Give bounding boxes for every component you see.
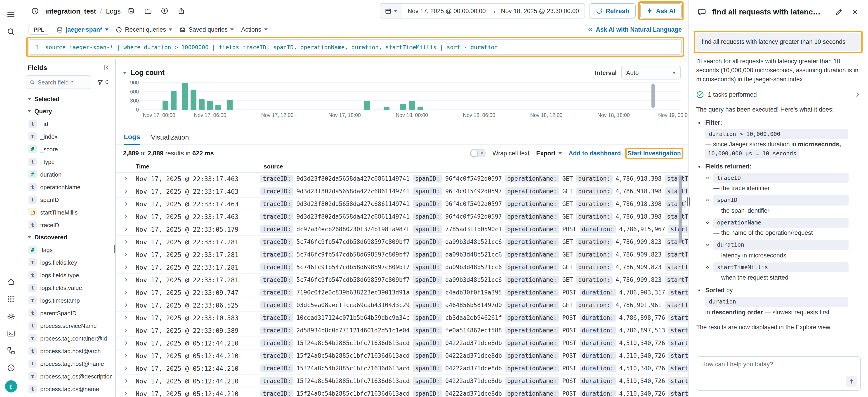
menu-icon[interactable]: [6, 9, 16, 20]
histogram-bar[interactable]: [216, 105, 221, 110]
export-button[interactable]: Export: [536, 150, 562, 157]
search-icon[interactable]: [6, 27, 16, 37]
history-icon[interactable]: [29, 4, 41, 17]
histogram-bar[interactable]: [364, 101, 370, 110]
histogram-bar[interactable]: [207, 101, 213, 110]
tasks-performed-row[interactable]: 1 tasks performed: [696, 90, 860, 99]
field-section-header[interactable]: Selected: [26, 93, 112, 105]
dataset-selector[interactable]: jaeger-span*: [57, 26, 109, 33]
histogram-bar[interactable]: [182, 82, 188, 110]
table-row[interactable]: Nov 17, 2025 @ 05:12:44.210traceID:15f24…: [116, 388, 688, 397]
table-row[interactable]: Nov 17, 2025 @ 22:33:17.281traceID:5c746…: [116, 274, 688, 286]
breadcrumb-workspace[interactable]: integration_test: [45, 7, 96, 15]
dev-console-icon[interactable]: [6, 328, 16, 338]
field-section-header[interactable]: Query: [26, 105, 112, 118]
expand-row-icon[interactable]: [116, 252, 135, 257]
close-icon[interactable]: ×: [849, 6, 861, 18]
histogram-bar[interactable]: [190, 90, 196, 110]
table-row[interactable]: Nov 17, 2025 @ 05:12:44.210traceID:15f24…: [116, 337, 688, 350]
field-item[interactable]: toperationName: [26, 181, 112, 193]
expand-row-icon[interactable]: [116, 340, 135, 345]
expand-row-icon[interactable]: [116, 176, 135, 181]
save-icon[interactable]: [125, 4, 137, 17]
column-header-time[interactable]: Time: [135, 163, 260, 170]
add-to-dashboard-button[interactable]: Add to dashboard: [568, 150, 621, 157]
share-icon[interactable]: [175, 4, 188, 17]
start-investigation-button[interactable]: Start Investigation: [627, 150, 681, 157]
expand-row-icon[interactable]: [116, 239, 135, 244]
apps-grid-icon[interactable]: [6, 294, 16, 304]
expand-row-icon[interactable]: [116, 328, 135, 333]
ai-chat-input[interactable]: [701, 361, 855, 385]
field-section-header[interactable]: Discovered: [26, 231, 112, 243]
field-filter-button[interactable]: 0: [94, 75, 112, 89]
field-item[interactable]: #flags: [26, 243, 112, 256]
field-item[interactable]: startTimeMillis: [26, 206, 112, 219]
histogram-bar[interactable]: [417, 106, 423, 110]
query-text[interactable]: source=jaeger-span-* | where duration > …: [45, 43, 498, 51]
expand-row-icon[interactable]: [116, 189, 135, 194]
histogram-bar[interactable]: [401, 104, 406, 110]
gear-icon[interactable]: [6, 311, 16, 321]
open-folder-icon[interactable]: [142, 4, 154, 17]
expand-row-icon[interactable]: [116, 277, 135, 282]
field-item[interactable]: tprocess.tag.os@description: [26, 370, 112, 383]
date-picker-dropdown[interactable]: [380, 4, 402, 18]
interval-select[interactable]: Auto: [621, 66, 681, 79]
expand-row-icon[interactable]: [116, 366, 135, 371]
query-editor[interactable]: 1 source=jaeger-span-* | where duration …: [29, 39, 682, 55]
column-header-source[interactable]: _source: [260, 163, 688, 170]
expand-row-icon[interactable]: [116, 290, 135, 295]
collapse-fields-icon[interactable]: [103, 64, 110, 71]
ask-ai-natural-language-button[interactable]: Ask AI with Natural Language: [587, 26, 682, 33]
edit-icon[interactable]: [833, 6, 844, 18]
new-plus-icon[interactable]: [158, 4, 171, 17]
table-row[interactable]: Nov 17, 2025 @ 22:33:05.179traceID:dc97a…: [116, 223, 688, 236]
table-row[interactable]: Nov 17, 2025 @ 22:33:17.281traceID:5c746…: [116, 236, 688, 249]
field-item[interactable]: tprocess.tag.container@id: [26, 332, 112, 344]
collapse-chart-icon[interactable]: [123, 72, 127, 74]
wrap-cell-text-toggle[interactable]: ×: [470, 149, 486, 157]
refresh-button[interactable]: Refresh: [590, 3, 636, 19]
field-item[interactable]: t_type: [26, 155, 112, 168]
chart-scrollbar[interactable]: [651, 84, 655, 108]
expand-row-icon[interactable]: [116, 227, 135, 232]
expand-row-icon[interactable]: [116, 353, 135, 358]
ask-ai-button[interactable]: Ask AI: [640, 3, 682, 19]
send-button[interactable]: [846, 376, 857, 387]
field-item[interactable]: tlogs.fields.type: [26, 269, 112, 282]
expand-row-icon[interactable]: [116, 201, 135, 206]
fields-resize-handle[interactable]: [114, 243, 116, 254]
saved-queries-button[interactable]: Saved queries: [180, 26, 234, 33]
table-row[interactable]: Nov 17, 2025 @ 22:33:17.281traceID:5c746…: [116, 249, 688, 261]
tab-visualization[interactable]: Visualization: [151, 133, 189, 144]
table-row[interactable]: Nov 17, 2025 @ 05:12:44.210traceID:15f24…: [116, 362, 688, 375]
field-item[interactable]: ttraceID: [26, 219, 112, 231]
actions-button[interactable]: Actions: [241, 26, 268, 33]
table-row[interactable]: Nov 17, 2025 @ 05:12:44.210traceID:15f24…: [116, 350, 688, 362]
field-item[interactable]: tprocess.tag.host@arch: [26, 344, 112, 357]
histogram-bar[interactable]: [409, 101, 415, 110]
tab-logs[interactable]: Logs: [124, 133, 140, 145]
table-row[interactable]: Nov 17, 2025 @ 22:33:09.389traceID:2d589…: [116, 324, 688, 337]
table-row[interactable]: Nov 17, 2025 @ 22:33:06.525traceID:03dc5…: [116, 299, 688, 311]
user-avatar[interactable]: t: [5, 380, 17, 393]
chart-plot[interactable]: [143, 82, 681, 110]
query-language-button[interactable]: PPL: [29, 25, 50, 35]
field-item[interactable]: t_id: [26, 118, 112, 130]
histogram-bar[interactable]: [170, 91, 177, 110]
table-row[interactable]: Nov 17, 2025 @ 22:33:10.583traceID:10cea…: [116, 311, 688, 324]
field-search-input[interactable]: [37, 79, 87, 86]
help-icon[interactable]: ?: [6, 363, 16, 373]
field-item[interactable]: tlogs.fields.key: [26, 256, 112, 269]
integrations-icon[interactable]: [6, 345, 16, 356]
date-range-text[interactable]: Nov 17, 2025 @ 00:00:00.00 → Nov 18, 202…: [402, 4, 584, 18]
date-end[interactable]: Nov 18, 2025 @ 23:30:00.00: [501, 7, 579, 14]
field-item[interactable]: tlogs.timestamp: [26, 294, 112, 307]
expand-row-icon[interactable]: [116, 214, 135, 219]
date-start[interactable]: Nov 17, 2025 @ 00:00:00.00: [408, 7, 486, 14]
table-row[interactable]: Nov 17, 2025 @ 22:33:17.463traceID:9d3d2…: [116, 185, 688, 198]
table-row[interactable]: Nov 17, 2025 @ 22:33:17.463traceID:9d3d2…: [116, 210, 688, 223]
expand-row-icon[interactable]: [116, 391, 135, 396]
table-row[interactable]: Nov 17, 2025 @ 22:33:17.281traceID:5c746…: [116, 261, 688, 274]
